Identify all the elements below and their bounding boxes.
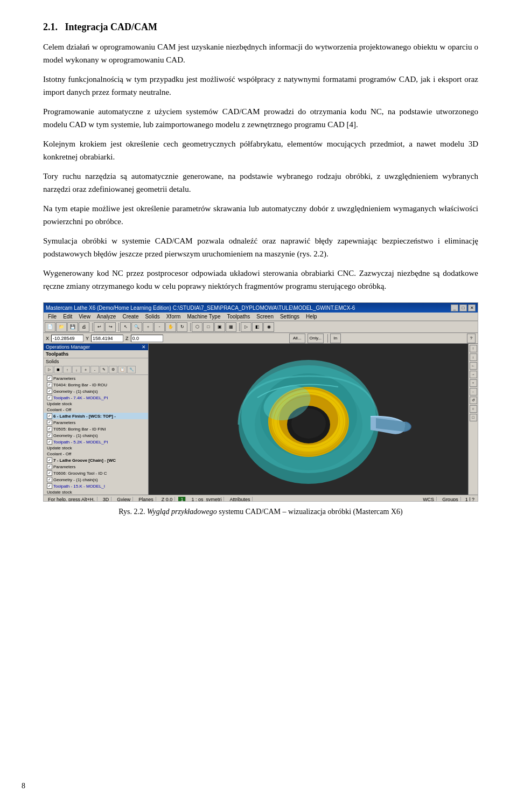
menu-screen[interactable]: Screen <box>253 314 277 320</box>
toolbar-btn-zoom-in[interactable]: + <box>143 322 153 332</box>
status-level-name[interactable]: 1 : os_symetri <box>189 497 224 502</box>
tree-item-finish1[interactable]: ✓ 6 - Lathe Finish - [WCS: TOP] - <box>44 413 148 419</box>
tree-item-params3[interactable]: ✓ Parameters <box>44 463 148 470</box>
tree-item-update1[interactable]: Update stock <box>44 401 148 407</box>
tree-item-update3[interactable]: Update stock <box>44 489 148 494</box>
toolbar-btn-wire[interactable]: ▷ <box>241 322 251 332</box>
right-btn-9[interactable]: □ <box>470 414 477 421</box>
status-wcs[interactable]: WCS <box>421 497 437 502</box>
checkbox-9[interactable]: ✓ <box>47 439 52 445</box>
toolbar-btn-select[interactable]: ↖ <box>120 322 131 332</box>
checkbox-14[interactable]: ✓ <box>47 483 52 489</box>
tree-item-coolant1[interactable]: Coolant - Off <box>44 407 148 413</box>
op-icon-4[interactable]: ↓ <box>72 366 81 373</box>
menu-analyze[interactable]: Analyze <box>94 314 120 320</box>
toolbar-btn-shaded[interactable]: ◧ <box>252 322 263 332</box>
status-attributes[interactable]: Attributes <box>227 497 253 502</box>
right-btn-6[interactable]: - <box>470 388 477 395</box>
op-icon-10[interactable]: 🔧 <box>127 366 136 373</box>
checkbox-7[interactable]: ✓ <box>47 426 52 432</box>
status-gview[interactable]: Gview <box>115 497 133 502</box>
toolbar-btn-new[interactable]: 📄 <box>45 322 55 332</box>
tree-item-groove[interactable]: ✓ 7 - Lathe Groove [Chain] - [WC <box>44 457 148 463</box>
checkbox-11[interactable]: ✓ <box>47 464 52 469</box>
checkbox-2[interactable]: ✓ <box>47 382 52 387</box>
menu-xform[interactable]: Xform <box>163 314 184 320</box>
toolbar-btn-front[interactable]: □ <box>203 322 214 332</box>
status-planes[interactable]: Planes <box>136 497 156 502</box>
status-z[interactable]: Z 0.0 <box>159 497 176 502</box>
right-btn-3[interactable]: ← <box>470 362 477 370</box>
toolbar-btn-open[interactable]: 📁 <box>56 322 67 332</box>
maximize-button[interactable]: □ <box>459 304 467 311</box>
toolbar-all-btn[interactable]: All... <box>289 334 305 343</box>
tree-container[interactable]: ✓ Parameters ✓ T0404: Boring Bar - ID RO… <box>44 375 148 494</box>
tree-item-update2[interactable]: Update stock <box>44 445 148 451</box>
tree-item-coolant2[interactable]: Coolant - Off <box>44 451 148 457</box>
3d-viewport[interactable] <box>149 344 468 495</box>
op-icon-2[interactable]: ◼ <box>54 366 62 373</box>
right-btn-1[interactable]: ↑ <box>470 345 477 352</box>
tree-item-geo1[interactable]: ✓ Geometry - (1) chain(s) <box>44 388 148 394</box>
tree-item-boring1[interactable]: ✓ T0404: Boring Bar - ID ROU <box>44 381 148 388</box>
menu-settings[interactable]: Settings <box>277 314 303 320</box>
tree-item-tp3[interactable]: ✓ Toolpath - 15.K - MODEL_I <box>44 483 148 489</box>
tree-item-params2[interactable]: ✓ Parameters <box>44 419 148 426</box>
right-btn-8[interactable]: ○ <box>470 405 477 413</box>
ops-close-icon[interactable]: ✕ <box>142 344 146 350</box>
menu-toolpaths[interactable]: Toolpaths <box>223 314 253 320</box>
toolbar-help-btn[interactable]: ? <box>467 334 476 343</box>
right-btn-7[interactable]: ↺ <box>470 397 477 404</box>
toolbar-btn-redo[interactable]: ↪ <box>105 322 116 332</box>
checkbox-10[interactable]: ✓ <box>47 457 52 463</box>
minimize-button[interactable]: _ <box>451 304 458 311</box>
toolbar-btn-rotate[interactable]: ↻ <box>177 322 187 332</box>
tree-item-tp1[interactable]: ✓ Toolpath - 7.4K - MODEL_PI <box>44 394 148 401</box>
status-level-box[interactable]: 1 <box>178 497 186 502</box>
op-icon-9[interactable]: 📋 <box>118 366 127 373</box>
toolbar-btn-side[interactable]: ▦ <box>226 322 236 332</box>
op-icon-8[interactable]: ⚙ <box>109 366 117 373</box>
menu-solids[interactable]: Solids <box>142 314 163 320</box>
coord-x-input[interactable]: -10.28549 <box>51 335 83 342</box>
toolbar-btn-top[interactable]: ▣ <box>214 322 225 332</box>
tree-item-geo2[interactable]: ✓ Geometry - (1) chain(s) <box>44 432 148 439</box>
status-3d[interactable]: 3D <box>101 497 112 502</box>
right-btn-5[interactable]: + <box>470 379 477 387</box>
op-icon-5[interactable]: + <box>81 366 90 373</box>
toolbar-btn-undo[interactable]: ↩ <box>94 322 104 332</box>
checkbox-5[interactable]: ✓ <box>47 413 52 419</box>
checkbox-1[interactable]: ✓ <box>47 376 52 381</box>
menu-view[interactable]: View <box>75 314 94 320</box>
close-button[interactable]: ✕ <box>468 304 476 311</box>
toolbar-btn-save[interactable]: 💾 <box>67 322 78 332</box>
right-btn-2[interactable]: ↓ <box>470 353 477 361</box>
op-icon-3[interactable]: ↑ <box>63 366 72 373</box>
toolbar-btn-pan[interactable]: ✋ <box>165 322 176 332</box>
toolbar-btn-iso[interactable]: ⬡ <box>192 322 202 332</box>
checkbox-8[interactable]: ✓ <box>47 433 52 438</box>
tree-item-tp2[interactable]: ✓ Toolpath - 5.2K - MODEL_PI <box>44 439 148 445</box>
toolbar-btn-zoom[interactable]: 🔍 <box>131 322 142 332</box>
toolbar-in-btn[interactable]: In <box>330 334 341 343</box>
coord-z-input[interactable]: 0.0 <box>131 335 163 342</box>
status-groups[interactable]: Groups <box>440 497 461 502</box>
toolbar-btn-zoom-out[interactable]: - <box>154 322 165 332</box>
tree-item-params1[interactable]: ✓ Parameters <box>44 375 148 381</box>
toolbar-only-btn[interactable]: Only... <box>308 334 324 343</box>
checkbox-3[interactable]: ✓ <box>47 388 52 394</box>
checkbox-6[interactable]: ✓ <box>47 420 52 425</box>
toolbar-btn-print[interactable]: 🖨 <box>79 322 89 332</box>
checkbox-4[interactable]: ✓ <box>47 395 52 400</box>
right-btn-4[interactable]: → <box>470 371 477 378</box>
toolbar-btn-render[interactable]: ◉ <box>263 322 274 332</box>
menu-create[interactable]: Create <box>119 314 142 320</box>
coord-y-input[interactable]: 158.4194 <box>91 335 123 342</box>
op-icon-1[interactable]: ▷ <box>45 366 53 373</box>
menu-file[interactable]: File <box>45 314 60 320</box>
checkbox-12[interactable]: ✓ <box>47 470 52 476</box>
menu-help[interactable]: Help <box>303 314 320 320</box>
menu-machine-type[interactable]: Machine Type <box>184 314 223 320</box>
tree-item-grooving[interactable]: ✓ T0606: Grooving Tool - ID C <box>44 470 148 476</box>
menu-edit[interactable]: Edit <box>60 314 75 320</box>
